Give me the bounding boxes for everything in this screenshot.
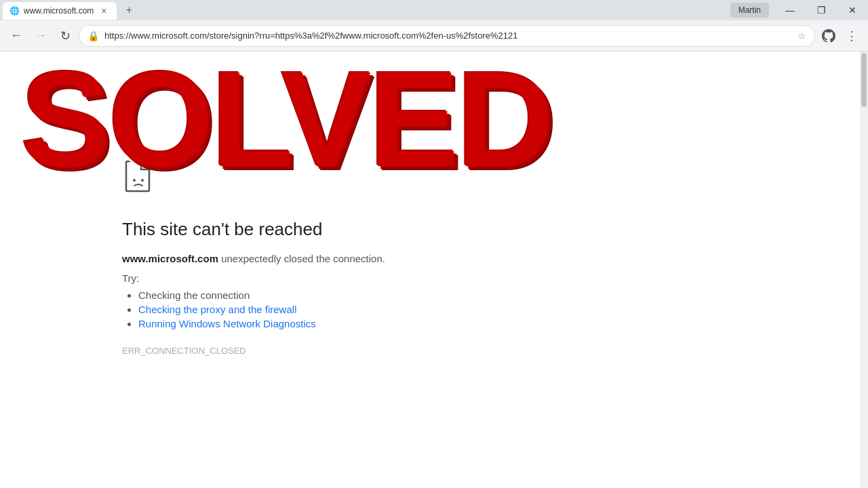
page-content: SOLVED This site can't be reached www.mi…	[0, 52, 868, 488]
titlebar-right: Martin — ❐ ✕	[730, 0, 868, 20]
browser-tab[interactable]: 🌐 www.microsoft.com ×	[3, 2, 117, 20]
error-code: ERR_CONNECTION_CLOSED	[122, 346, 841, 356]
tab-area: 🌐 www.microsoft.com × +	[0, 1, 138, 20]
list-item: Checking the connection	[138, 289, 841, 301]
list-item: Checking the proxy and the firewall	[138, 304, 841, 315]
error-suggestions-list: Checking the connection Checking the pro…	[122, 289, 841, 329]
tab-favicon-icon: 🌐	[9, 6, 20, 16]
scrollbar-thumb[interactable]	[861, 53, 867, 107]
error-icon	[122, 160, 841, 203]
lock-icon: 🔒	[87, 30, 99, 41]
new-tab-button[interactable]: +	[119, 1, 138, 20]
back-button[interactable]: ←	[5, 25, 27, 47]
forward-button[interactable]: →	[30, 25, 52, 47]
suggestion-text: Checking the connection	[138, 289, 250, 301]
address-bar[interactable]: 🔒 ☆	[79, 25, 815, 47]
error-site-name: www.microsoft.com	[122, 253, 218, 264]
error-body: www.microsoft.com unexpectedly closed th…	[122, 251, 841, 267]
tab-close-button[interactable]: ×	[98, 5, 110, 17]
titlebar: 🌐 www.microsoft.com × + Martin — ❐ ✕	[0, 0, 868, 20]
toolbar-actions: ⋮	[818, 25, 863, 47]
maximize-button[interactable]: ❐	[806, 0, 837, 20]
error-title: This site can't be reached	[122, 219, 841, 240]
reload-button[interactable]: ↻	[54, 25, 76, 47]
scrollbar[interactable]	[860, 52, 868, 488]
list-item: Running Windows Network Diagnostics	[138, 318, 841, 329]
browser-toolbar: ← → ↻ 🔒 ☆ ⋮	[0, 20, 868, 52]
menu-button[interactable]: ⋮	[841, 25, 863, 47]
url-input[interactable]	[104, 30, 792, 41]
error-page: This site can't be reached www.microsoft…	[122, 160, 841, 356]
user-profile-name[interactable]: Martin	[730, 3, 769, 18]
svg-point-2	[141, 179, 144, 182]
proxy-firewall-link[interactable]: Checking the proxy and the firewall	[138, 304, 296, 315]
github-button[interactable]	[818, 25, 840, 47]
tab-title: www.microsoft.com	[24, 6, 94, 16]
titlebar-left: 🌐 www.microsoft.com × +	[0, 1, 730, 20]
error-try-label: Try:	[122, 272, 841, 284]
minimize-button[interactable]: —	[774, 0, 806, 20]
svg-point-1	[133, 179, 136, 182]
window-close-button[interactable]: ✕	[837, 0, 868, 20]
bookmark-icon[interactable]: ☆	[797, 30, 806, 41]
error-connection-text: unexpectedly closed the connection.	[221, 253, 385, 264]
network-diagnostics-link[interactable]: Running Windows Network Diagnostics	[138, 318, 316, 329]
